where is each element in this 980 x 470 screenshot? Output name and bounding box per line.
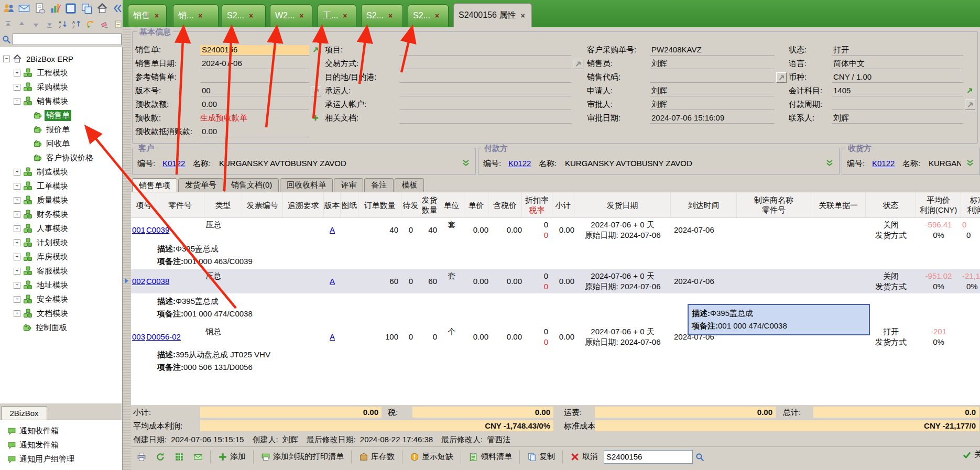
tab-S2...[interactable]: S2...× bbox=[408, 4, 449, 27]
version-link[interactable]: A bbox=[324, 225, 341, 235]
party-code-link[interactable]: K0122 bbox=[872, 159, 895, 168]
gray-arrow-button[interactable] bbox=[573, 59, 583, 69]
tab-close-icon[interactable]: × bbox=[299, 12, 303, 20]
field-value[interactable]: 2024-07-06 15:16:09 bbox=[650, 113, 775, 124]
sidebar-item-计划模块[interactable]: +计划模块 bbox=[14, 236, 70, 249]
tab-close-icon[interactable]: × bbox=[198, 12, 202, 20]
item-number-link[interactable]: 001 bbox=[132, 225, 145, 234]
clear-button[interactable] bbox=[99, 18, 111, 30]
refresh-button[interactable] bbox=[152, 449, 169, 465]
field-value[interactable] bbox=[399, 86, 571, 96]
sidebar-item-工单模块[interactable]: +工单模块 bbox=[14, 180, 70, 192]
领料清单-button[interactable]: 领料清单 bbox=[465, 449, 516, 465]
sidebar-item-销售单[interactable]: 销售单 bbox=[24, 109, 71, 122]
tree-refresh-button[interactable] bbox=[84, 18, 96, 30]
tree-toggle-icon[interactable]: − bbox=[14, 98, 20, 105]
party-code-link[interactable]: K0122 bbox=[508, 159, 531, 168]
version-link[interactable]: A bbox=[324, 332, 341, 342]
sidebar-item-销售模块[interactable]: −销售模块 bbox=[14, 95, 70, 107]
notification-item[interactable]: 通知用户组管理 bbox=[7, 453, 74, 465]
column-header-追溯要求[interactable]: 追溯要求 bbox=[283, 192, 324, 217]
field-value[interactable] bbox=[200, 72, 309, 83]
column-header-到达时间[interactable]: 到达时间 bbox=[671, 192, 737, 217]
tab-S2400156 属性[interactable]: S2400156 属性× bbox=[453, 3, 532, 27]
column-header-发货[interactable]: 发货数量 bbox=[420, 192, 439, 217]
sidebar-item-库房模块[interactable]: +库房模块 bbox=[14, 250, 70, 263]
添加-button[interactable]: 添加 bbox=[214, 449, 249, 465]
column-header-状态[interactable]: 状态 bbox=[866, 192, 916, 217]
item-number-link[interactable]: 003 bbox=[132, 332, 145, 341]
tab-close-icon[interactable]: × bbox=[343, 12, 347, 20]
column-header-平均价[interactable]: 平均价利润(CNY) bbox=[916, 192, 961, 217]
tab-close-icon[interactable]: × bbox=[520, 12, 525, 20]
field-value[interactable]: 刘辉 bbox=[650, 59, 775, 69]
field-value[interactable] bbox=[832, 100, 963, 110]
tree-toggle-icon[interactable]: + bbox=[14, 310, 20, 317]
field-value[interactable] bbox=[399, 45, 571, 56]
party-expand-button[interactable] bbox=[825, 158, 834, 168]
sidebar-item-报价单[interactable]: 报价单 bbox=[24, 123, 71, 136]
tab-S2...[interactable]: S2...× bbox=[222, 4, 266, 27]
subtab-回收收料单[interactable]: 回收收料单 bbox=[280, 178, 333, 192]
field-value[interactable] bbox=[399, 59, 571, 69]
panel-splitter[interactable] bbox=[123, 27, 131, 470]
field-value[interactable]: 刘辉 bbox=[650, 86, 775, 96]
part-number-link[interactable]: C0039 bbox=[146, 225, 169, 234]
tree-toggle-icon[interactable]: + bbox=[14, 84, 20, 91]
sidebar-item-工程模块[interactable]: +工程模块 bbox=[14, 67, 70, 79]
tree-toggle-icon[interactable]: + bbox=[14, 183, 20, 190]
sidebar-item-地址模块[interactable]: +地址模块 bbox=[14, 279, 70, 291]
column-header-含税价[interactable]: 含税价 bbox=[488, 192, 522, 217]
tab-close-icon[interactable]: × bbox=[388, 12, 393, 20]
cascade-windows-button[interactable] bbox=[80, 1, 93, 16]
库存数-button[interactable]: 库存数 bbox=[355, 449, 398, 465]
tab-close-icon[interactable]: × bbox=[155, 12, 159, 20]
sort-az-asc-button[interactable]: AZ bbox=[57, 18, 69, 30]
column-header-待发[interactable]: 待发 bbox=[401, 192, 420, 217]
tree-toggle-icon[interactable]: + bbox=[14, 282, 20, 289]
sort-az-desc-button[interactable]: AZ bbox=[71, 18, 83, 30]
field-value[interactable]: 0.00 bbox=[200, 127, 309, 137]
添加到我的打印清单-button[interactable]: 添加到我的打印清单 bbox=[257, 449, 347, 465]
home-button[interactable] bbox=[95, 1, 109, 16]
field-value[interactable]: CNY / 1.00 bbox=[832, 72, 963, 83]
subtab-备注[interactable]: 备注 bbox=[364, 178, 394, 192]
取消-button[interactable]: 取消 bbox=[567, 449, 602, 465]
tab-S2...[interactable]: S2...× bbox=[361, 4, 403, 27]
tab-销...[interactable]: 销...× bbox=[173, 4, 219, 27]
column-header-单价[interactable]: 单价 bbox=[464, 192, 488, 217]
subtab-销售文档(0)[interactable]: 销售文档(0) bbox=[224, 178, 279, 192]
sidebar-item-客户协议价格[interactable]: 客户协议价格 bbox=[24, 151, 95, 164]
field-value[interactable]: 00 bbox=[200, 86, 309, 96]
move-down-button[interactable] bbox=[29, 18, 41, 30]
tree-toggle-icon[interactable]: + bbox=[14, 268, 20, 275]
gray-arrow-button[interactable] bbox=[776, 72, 787, 83]
subtab-评审[interactable]: 评审 bbox=[334, 178, 363, 192]
sidebar-item-客服模块[interactable]: +客服模块 bbox=[14, 265, 70, 277]
party-expand-button[interactable] bbox=[965, 158, 975, 168]
column-header-单位[interactable]: 单位 bbox=[439, 192, 464, 217]
tree-toggle-icon[interactable]: + bbox=[14, 197, 20, 204]
green-plus-button[interactable] bbox=[311, 113, 320, 123]
mail-button[interactable] bbox=[18, 1, 31, 16]
sidebar-search-input[interactable] bbox=[13, 34, 122, 45]
field-value[interactable]: PW2408KAVZ bbox=[650, 45, 775, 56]
tab-close-icon[interactable]: × bbox=[435, 12, 439, 20]
window-button[interactable] bbox=[64, 1, 78, 16]
显示短缺-button[interactable]: 显示短缺 bbox=[406, 449, 457, 465]
复制-button[interactable]: 复制 bbox=[524, 449, 559, 465]
sidebar-item-人事模块[interactable]: +人事模块 bbox=[14, 222, 70, 235]
tree-toggle-icon[interactable]: + bbox=[14, 169, 20, 176]
sidebar-item-控制面板[interactable]: 控制面板 bbox=[14, 321, 69, 334]
field-value[interactable] bbox=[399, 113, 571, 124]
email-button[interactable] bbox=[190, 449, 206, 465]
field-value[interactable]: 0.00 bbox=[200, 100, 309, 110]
notification-item[interactable]: 通知发件箱 bbox=[7, 439, 59, 451]
field-value[interactable]: 刘辉 bbox=[650, 100, 775, 110]
column-header-版本[interactable]: 版本 bbox=[324, 192, 341, 217]
order-search-input[interactable] bbox=[604, 450, 693, 464]
sidebar-item-制造模块[interactable]: +制造模块 bbox=[14, 166, 70, 178]
column-header-小计[interactable]: 小计 bbox=[552, 192, 574, 217]
notification-item[interactable]: 通知收件箱 bbox=[7, 424, 59, 437]
users-button[interactable] bbox=[2, 1, 16, 16]
